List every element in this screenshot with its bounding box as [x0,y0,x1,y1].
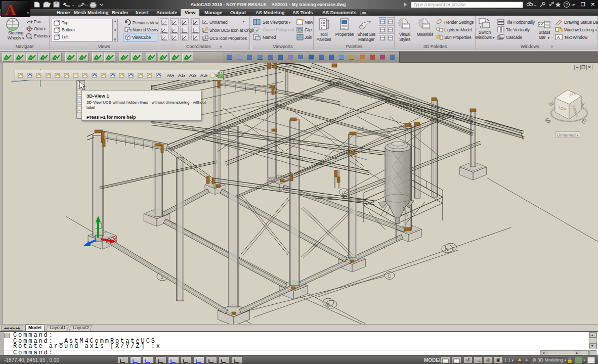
svg-text:C: C [388,274,391,279]
svg-text:S: S [544,116,552,125]
svg-text:4: 4 [445,247,448,252]
svg-text:B: B [327,302,330,307]
svg-text:A: A [557,35,560,40]
svg-text:W: W [548,100,556,108]
svg-text:?: ? [566,2,568,7]
